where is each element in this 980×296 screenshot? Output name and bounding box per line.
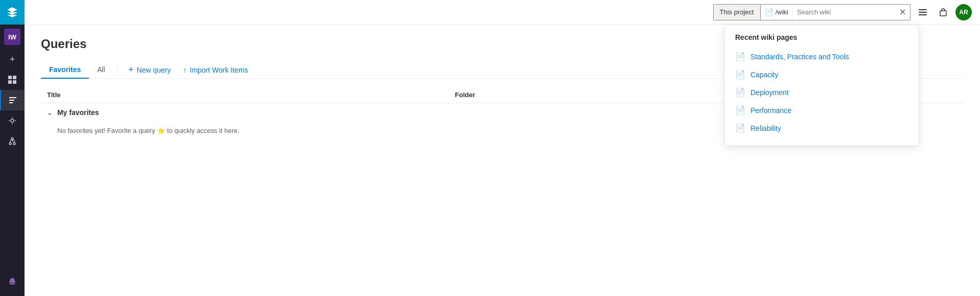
add-icon[interactable]: +: [0, 49, 25, 70]
boards-icon[interactable]: [0, 70, 25, 90]
svg-point-6: [13, 143, 15, 145]
wiki-item-4[interactable]: 📄 Reliability: [725, 119, 918, 137]
queries-icon[interactable]: [0, 90, 25, 110]
wiki-dropdown-title: Recent wiki pages: [725, 33, 918, 48]
wiki-page-icon-2: 📄: [735, 87, 745, 97]
svg-rect-2: [8, 80, 12, 84]
project-icon[interactable]: IW: [4, 29, 20, 45]
import-icon: ↑: [183, 66, 187, 74]
user-avatar[interactable]: AR: [955, 4, 972, 20]
bag-icon[interactable]: [935, 4, 951, 20]
wiki-item-label-2: Deployment: [750, 88, 789, 97]
svg-rect-0: [8, 76, 12, 79]
import-label: Import Work Items: [190, 66, 248, 74]
wiki-page-icon-0: 📄: [735, 52, 745, 61]
wiki-item-label-1: Capacity: [750, 71, 778, 79]
wiki-item-0[interactable]: 📄 Standards, Practices and Tools: [725, 48, 918, 65]
wiki-dropdown: Recent wiki pages 📄 Standards, Practices…: [724, 25, 919, 146]
wiki-page-icon-4: 📄: [735, 123, 745, 133]
repos-icon[interactable]: [0, 131, 25, 151]
search-wiki-tag[interactable]: 📄 /wiki: [761, 5, 793, 20]
import-work-items-button[interactable]: ↑ Import Work Items: [177, 63, 254, 77]
wiki-item-1[interactable]: 📄 Capacity: [725, 65, 918, 83]
search-input[interactable]: [793, 5, 895, 20]
search-scope-button[interactable]: This project: [714, 5, 761, 20]
wiki-item-label-4: Reliability: [750, 124, 781, 132]
test-icon[interactable]: [0, 271, 25, 292]
wiki-doc-icon: 📄: [765, 8, 773, 16]
section-my-favorites-label: My favorites: [57, 108, 99, 117]
wiki-item-2[interactable]: 📄 Deployment: [725, 83, 918, 101]
wiki-tag-label: /wiki: [776, 8, 788, 16]
new-query-button[interactable]: + New query: [122, 61, 177, 78]
tab-divider: [118, 64, 118, 76]
wiki-page-icon-3: 📄: [735, 105, 745, 115]
wiki-item-3[interactable]: 📄 Performance: [725, 101, 918, 119]
expand-arrow-icon[interactable]: ⌄: [47, 109, 52, 117]
svg-rect-9: [919, 12, 927, 13]
pipelines-icon[interactable]: [0, 110, 25, 131]
col-title: Title: [41, 87, 449, 103]
search-close-button[interactable]: ✕: [895, 5, 910, 20]
new-query-label: New query: [136, 66, 171, 74]
tab-all[interactable]: All: [89, 61, 113, 79]
svg-rect-3: [13, 80, 16, 84]
svg-point-4: [11, 119, 14, 122]
list-icon[interactable]: [915, 4, 931, 20]
svg-rect-11: [940, 11, 946, 16]
tab-favorites[interactable]: Favorites: [41, 61, 89, 79]
new-query-icon: +: [128, 64, 134, 75]
wiki-item-label-0: Standards, Practices and Tools: [750, 53, 849, 61]
sidebar: IW +: [0, 0, 25, 296]
wiki-item-label-3: Performance: [750, 106, 791, 115]
svg-rect-8: [919, 9, 927, 10]
search-bar: This project 📄 /wiki ✕: [713, 4, 910, 20]
svg-rect-10: [919, 14, 927, 15]
app-logo[interactable]: [0, 0, 25, 25]
svg-rect-1: [13, 76, 16, 79]
main-area: This project 📄 /wiki ✕ AR Recent wiki pa…: [25, 0, 980, 296]
svg-point-5: [9, 143, 11, 145]
wiki-page-icon-1: 📄: [735, 70, 745, 79]
topbar: This project 📄 /wiki ✕ AR Recent wiki pa…: [25, 0, 980, 25]
